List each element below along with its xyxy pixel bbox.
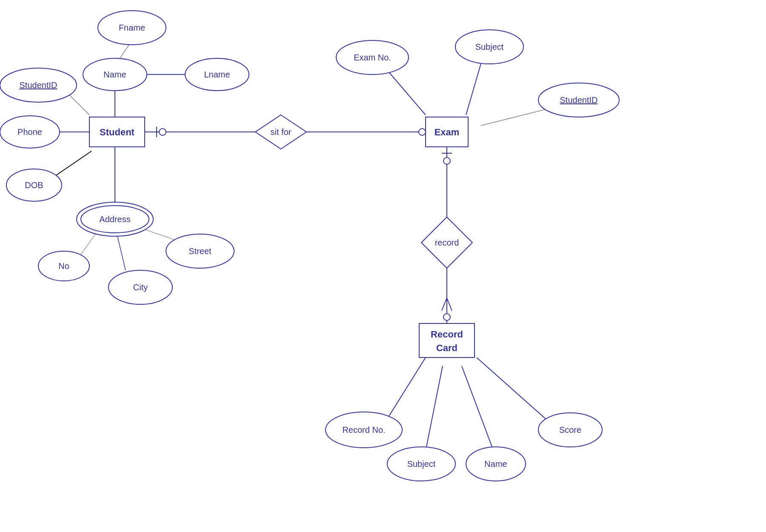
exam-record-circle: [443, 157, 450, 164]
recordcard-entity-label2: Card: [436, 343, 457, 353]
phone-label: Phone: [17, 127, 42, 137]
street-label: Street: [189, 246, 212, 256]
examno-exam-line: [387, 70, 426, 115]
studentid-label: StudentID: [20, 80, 57, 90]
student-entity-label: Student: [100, 127, 135, 137]
sitfor-label: sit for: [271, 127, 292, 137]
subject-exam-line: [466, 64, 481, 115]
crowfoot-left: [442, 298, 447, 311]
subject-rc-label: Subject: [407, 459, 436, 469]
examno-label: Exam No.: [354, 53, 391, 62]
recordno-rc-line: [383, 358, 426, 426]
rc-circle: [443, 314, 450, 320]
marker-circle2: [419, 129, 426, 135]
recordcard-entity-label1: Record: [431, 329, 463, 340]
fname-label: Fname: [119, 23, 145, 32]
city-label: City: [133, 283, 148, 292]
namerc-rc-line: [462, 366, 494, 451]
marker-circle1: [159, 129, 166, 135]
crowfoot-right: [447, 298, 452, 311]
er-diagram: Student Exam Record Card sit for record …: [0, 0, 766, 532]
dob-label: DOB: [25, 180, 43, 190]
dob-student-line: [51, 151, 91, 179]
name-rc-label: Name: [484, 459, 507, 469]
exam-entity-label: Exam: [434, 127, 460, 137]
no-label: No: [58, 261, 69, 271]
score-label: Score: [559, 425, 581, 435]
record-label: record: [435, 238, 459, 247]
recordno-label: Record No.: [342, 425, 385, 435]
address-label: Address: [99, 215, 130, 224]
studentid-exam-label: StudentID: [560, 95, 598, 105]
lname-label: Lname: [204, 70, 230, 79]
subjectrc-rc-line: [426, 366, 443, 451]
name-label: Name: [103, 70, 126, 79]
subject-exam-label: Subject: [475, 42, 504, 51]
score-rc-line: [477, 358, 553, 426]
